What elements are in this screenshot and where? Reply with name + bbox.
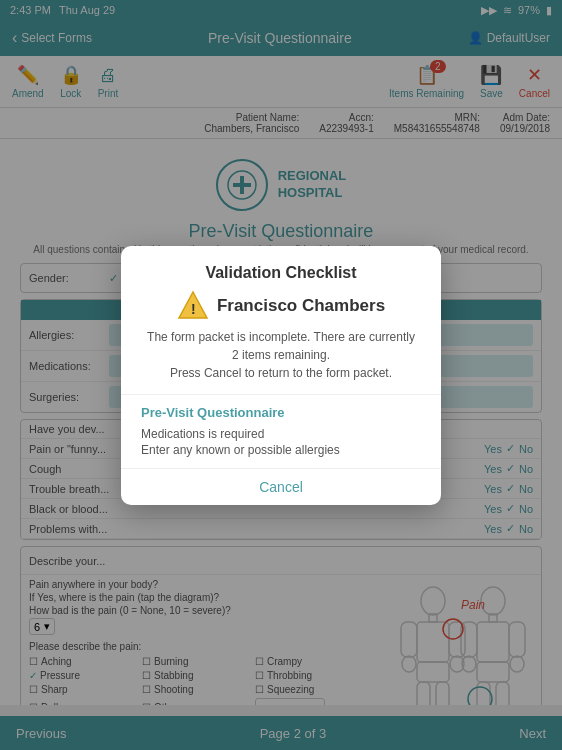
modal-message-1: The form packet is incomplete. There are… (141, 328, 421, 364)
validation-modal: Validation Checklist ! Francisco Chamber… (121, 246, 441, 505)
modal-icon-name-row: ! Francisco Chambers (141, 290, 421, 322)
modal-message-2: Press Cancel to return to the form packe… (141, 364, 421, 382)
modal-footer: Cancel (121, 469, 441, 505)
modal-header: Validation Checklist ! Francisco Chamber… (121, 246, 441, 395)
modal-section-title: Pre-Visit Questionnaire (141, 405, 421, 420)
modal-title: Validation Checklist (141, 264, 421, 282)
modal-validation-item-0: Medications is required (141, 426, 421, 442)
modal-validation-item-1: Enter any known or possible allergies (141, 442, 421, 458)
svg-text:!: ! (191, 301, 196, 317)
modal-patient-name: Francisco Chambers (217, 296, 385, 316)
modal-cancel-button[interactable]: Cancel (259, 479, 303, 495)
modal-overlay[interactable]: Validation Checklist ! Francisco Chamber… (0, 0, 562, 750)
modal-body: Pre-Visit Questionnaire Medications is r… (121, 395, 441, 469)
warning-triangle-icon: ! (177, 290, 209, 322)
